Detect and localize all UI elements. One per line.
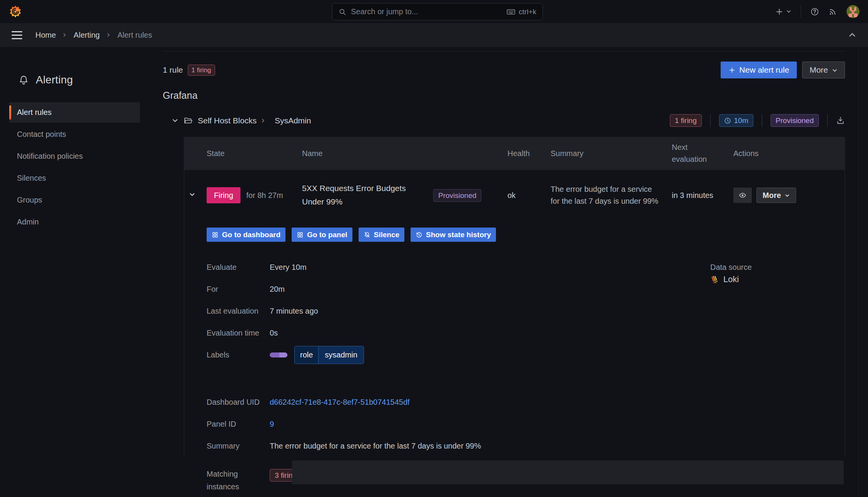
silence-button[interactable]: Silence [359,228,405,242]
plus-icon [728,66,736,74]
breadcrumb-home[interactable]: Home [35,31,56,40]
evaluation-time-label: Evaluation time [207,327,270,339]
group-name-link[interactable]: SysAdmin [275,116,311,125]
search-shortcut: ctrl+k [519,8,536,16]
go-to-dashboard-button[interactable]: Go to dashboard [207,228,285,242]
search-input[interactable]: Search or jump to... ctrl+k [332,3,543,20]
instances-table-header-strip [292,460,844,484]
apps-grid-icon [212,231,219,238]
help-icon[interactable] [810,7,819,16]
sidebar-nav: Alert rules Contact points Notification … [0,102,149,232]
label-color-pill [270,352,287,357]
group-provisioned-badge: Provisioned [771,114,819,127]
table-header: State Name Health Summary Next evaluatio… [184,137,845,170]
search-icon [339,8,346,16]
rule-health: ok [507,191,551,200]
col-summary: Summary [551,149,672,158]
col-actions: Actions [733,149,845,158]
for-value: 20m [270,283,845,296]
more-button[interactable]: More [802,62,845,78]
content-divider [163,51,845,52]
add-menu-button[interactable] [775,7,791,16]
clock-icon [724,117,731,124]
matching-instances-label: Matching instances [207,468,257,493]
state-duration: for 8h 27m [246,191,283,200]
datasource-name: Loki [723,274,739,284]
label-badge[interactable]: role sysadmin [294,346,364,364]
chevron-down-icon [786,9,791,14]
show-state-history-button[interactable]: Show state history [411,228,496,242]
rule-next-evaluation: in 3 minutes [672,191,733,200]
firing-count-badge: 1 firing [188,65,215,76]
labels-label: Labels [207,349,270,361]
rules-table: State Name Health Summary Next evaluatio… [184,137,845,457]
bell-icon [18,75,29,85]
new-alert-rule-button[interactable]: New alert rule [721,62,797,78]
sidebar-item-silences[interactable]: Silences [9,168,140,188]
chevron-right-icon [62,32,67,38]
page-title: Alerting [36,74,73,86]
rule-quick-actions: Go to dashboard Go to panel Silence [207,228,845,242]
apps-grid-icon [297,231,304,238]
rule-more-button[interactable]: More [756,188,796,203]
sidebar-item-groups[interactable]: Groups [9,190,140,210]
sidebar-item-notification-policies[interactable]: Notification policies [9,146,140,166]
group-collapse-icon[interactable] [172,117,179,124]
export-icon[interactable] [836,116,845,125]
last-evaluation-value: 7 minutes ago [270,305,845,317]
menu-toggle-icon[interactable] [12,31,22,39]
top-nav: Search or jump to... ctrl+k [0,0,868,23]
news-rss-icon[interactable] [828,7,837,16]
panel-id-label: Panel ID [207,418,270,431]
rule-group-row: Self Host Blocks SysAdmin 1 firing 10m P… [163,114,845,127]
history-icon [416,231,422,238]
rule-details: EvaluateEvery 10m For20m Last evaluation… [207,261,845,493]
group-firing-badge: 1 firing [670,114,702,127]
group-folder-link[interactable]: Self Host Blocks [198,116,257,125]
chevron-up-icon[interactable] [848,31,856,39]
chevron-right-icon [260,118,266,123]
dashboard-uid-link[interactable]: d66242cf-71e8-417c-8ef7-51b0741545df [270,398,410,406]
topnav-actions [775,5,860,18]
summary-label: Summary [207,440,270,452]
label-value: sysadmin [318,346,363,364]
breadcrumb-alert-rules: Alert rules [117,31,152,40]
datasource-label: Data source [710,261,752,274]
view-rule-button[interactable] [733,188,752,203]
topnav-divider [801,5,801,18]
col-health: Health [507,149,551,158]
rule-name-link[interactable]: 5XX Requests Error Budgets Under 99% [302,182,423,208]
breadcrumb: Home Alerting Alert rules [35,31,152,40]
table-row: Firing for 8h 27m 5XX Requests Error Bud… [184,170,845,221]
namespace-title: Grafana [163,90,845,101]
col-name: Name [302,149,507,158]
col-next-evaluation: Next evaluation [672,141,722,165]
chevron-down-icon [832,68,838,73]
avatar[interactable] [846,5,860,18]
sidebar-item-admin[interactable]: Admin [9,212,140,232]
go-to-panel-button[interactable]: Go to panel [292,228,352,242]
breadcrumb-alerting[interactable]: Alerting [73,31,100,40]
grafana-logo-icon[interactable] [8,5,22,18]
state-badge: Firing [207,187,240,203]
evaluate-value: Every 10m [270,261,845,274]
last-evaluation-label: Last evaluation [207,305,270,317]
breadcrumb-bar: Home Alerting Alert rules [0,23,868,47]
col-state: State [207,149,302,158]
panel-id-link[interactable]: 9 [270,420,274,428]
loki-icon [710,275,719,284]
plus-icon [775,7,784,16]
chevron-down-icon [785,193,790,198]
rule-summary: The error budget for a service for the l… [551,183,663,207]
evaluation-time-value: 0s [270,327,845,339]
folder-open-icon [184,116,193,125]
evaluation-interval-badge: 10m [719,114,753,127]
row-collapse-icon[interactable] [189,191,195,198]
chevron-right-icon [106,32,111,38]
bell-slash-icon [364,231,371,238]
rule-provisioned-badge: Provisioned [433,189,481,202]
label-key: role [295,346,318,364]
sidebar-item-contact-points[interactable]: Contact points [9,124,140,145]
alerting-sidebar: Alerting Alert rules Contact points Noti… [0,47,149,497]
sidebar-item-alert-rules[interactable]: Alert rules [9,102,140,123]
